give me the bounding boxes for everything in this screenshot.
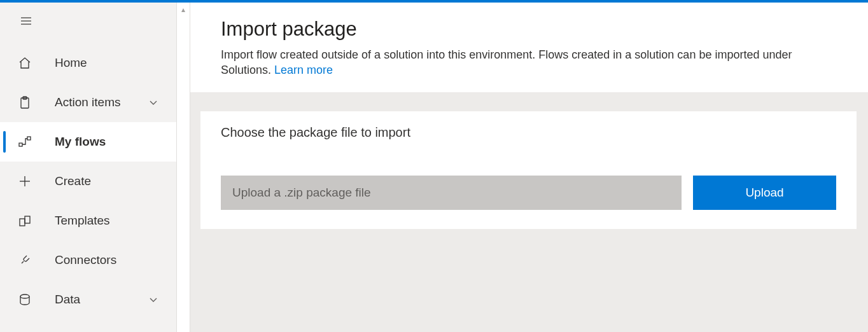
sidebar-item-label: Home [55, 56, 176, 70]
sidebar-item-my-flows[interactable]: My flows [0, 122, 176, 162]
sidebar-item-label: Action items [55, 95, 148, 109]
flow-icon [18, 135, 32, 149]
svg-rect-10 [20, 219, 25, 226]
home-icon [18, 56, 32, 70]
sidebar-item-home[interactable]: Home [0, 43, 176, 83]
database-icon [18, 293, 32, 307]
connectors-icon [18, 253, 32, 267]
templates-icon [18, 214, 32, 228]
sidebar-item-action-items[interactable]: Action items [0, 83, 176, 122]
svg-point-11 [20, 294, 29, 298]
page-header: Import package Import flow created outsi… [190, 3, 868, 92]
svg-rect-6 [27, 137, 31, 140]
hamburger-button[interactable] [0, 3, 176, 39]
chevron-down-icon [148, 294, 158, 305]
sidebar-item-label: Create [55, 174, 176, 188]
learn-more-link[interactable]: Learn more [274, 64, 333, 76]
upload-button[interactable]: Upload [693, 176, 836, 210]
clipboard-icon [18, 95, 32, 109]
upload-row: Upload [221, 176, 836, 210]
sidebar: Home Action items [0, 3, 176, 332]
sidebar-item-create[interactable]: Create [0, 162, 176, 201]
package-file-input[interactable] [221, 176, 682, 210]
svg-rect-9 [25, 216, 30, 223]
sidebar-scrollbar[interactable]: ▴ [176, 3, 190, 332]
sidebar-item-label: Connectors [55, 253, 176, 267]
sidebar-item-templates[interactable]: Templates [0, 201, 176, 240]
scroll-up-arrow-icon: ▴ [177, 5, 190, 14]
import-card: Choose the package file to import Upload [200, 111, 857, 229]
hamburger-icon [19, 14, 33, 28]
page-subtitle: Import flow created outside of a solutio… [221, 47, 806, 78]
sidebar-item-label: Templates [55, 214, 176, 228]
chevron-down-icon [148, 97, 158, 107]
sidebar-item-label: Data [55, 293, 148, 307]
sidebar-item-label: My flows [55, 135, 176, 149]
sidebar-item-connectors[interactable]: Connectors [0, 240, 176, 280]
plus-icon [18, 174, 32, 188]
svg-rect-5 [19, 143, 22, 146]
page-title: Import package [221, 18, 868, 41]
card-title: Choose the package file to import [221, 125, 836, 140]
sidebar-item-data[interactable]: Data [0, 280, 176, 319]
main-content: Import package Import flow created outsi… [190, 3, 868, 332]
